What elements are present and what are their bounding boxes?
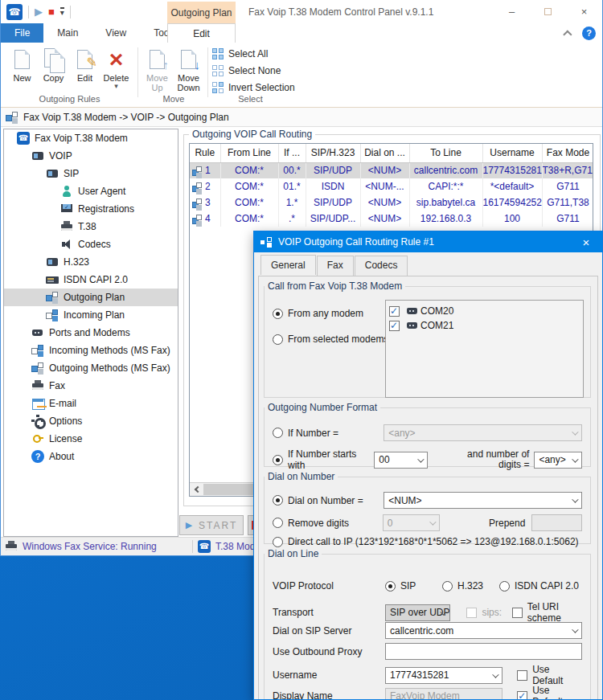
- tree-item-outgoing-plan[interactable]: Outgoing Plan: [4, 289, 178, 306]
- move-down-icon: ↓: [181, 50, 196, 69]
- select-none-button[interactable]: Select None: [212, 63, 281, 78]
- table-row[interactable]: 3 COM:*1.*SIP/UDP <NUM>sip.babytel.ca161…: [190, 194, 593, 211]
- radio-icon[interactable]: [273, 334, 283, 345]
- tree-item-sip[interactable]: SIP: [4, 165, 178, 182]
- col-if[interactable]: If ...: [278, 144, 306, 162]
- modem-list[interactable]: COM20 COM21: [385, 300, 584, 398]
- tree-item-outgoing-methods[interactable]: Outgoing Methods (MS Fax): [4, 359, 178, 377]
- sip-server-combo[interactable]: callcentric.com: [385, 622, 582, 639]
- username-use-default-checkbox[interactable]: [517, 670, 527, 681]
- username-combo[interactable]: 17774315281: [385, 667, 503, 684]
- select-none-icon: [212, 65, 224, 76]
- tab-fax[interactable]: Fax: [317, 256, 354, 276]
- tree-item-isdn-capi[interactable]: ISDN CAPI 2.0: [4, 271, 178, 289]
- transport-combo[interactable]: SIP over UDP: [385, 604, 450, 621]
- col-dial-on[interactable]: Dial on ...: [360, 144, 409, 162]
- col-rule[interactable]: Rule: [190, 144, 220, 162]
- if-number-combo[interactable]: <any>: [384, 424, 582, 441]
- col-fax-mode[interactable]: Fax Mode: [542, 144, 593, 162]
- display-name-field[interactable]: FaxVoip Modem: [385, 688, 503, 700]
- customize-toolbar-icon[interactable]: ▾: [60, 7, 64, 16]
- speaker-icon: [60, 238, 73, 251]
- table-row[interactable]: 4 COM:*.*SIP/UDP... <NUM>192.168.0.3100G…: [190, 211, 593, 227]
- tab-edit[interactable]: Edit: [167, 23, 236, 43]
- tree-item-fax[interactable]: Fax: [4, 377, 178, 395]
- radio-selected-icon[interactable]: [273, 495, 283, 506]
- tree-item-h323[interactable]: H.323: [4, 253, 178, 271]
- quick-access-toolbar: ☎ ▶ ■ ▾: [1, 4, 71, 20]
- stop-service-icon[interactable]: ■: [48, 6, 55, 18]
- radio-icon[interactable]: [273, 537, 283, 547]
- digits-combo[interactable]: <any>: [534, 452, 582, 469]
- tree-item-t38[interactable]: T.38: [4, 218, 178, 235]
- prepend-label: Prepend: [488, 518, 526, 529]
- scroll-left-icon[interactable]: [190, 483, 203, 496]
- maximize-button[interactable]: [530, 0, 566, 23]
- checkbox-checked-icon[interactable]: [389, 306, 400, 317]
- direct-ip-row[interactable]: Direct call to IP (123*192*168*0*1*5062 …: [273, 536, 582, 547]
- move-down-button[interactable]: ↓ Move Down: [174, 46, 203, 97]
- dialog-close-button[interactable]: ×: [570, 231, 602, 252]
- tree-item-options[interactable]: Options: [4, 412, 178, 430]
- radio-selected-icon[interactable]: [273, 309, 283, 319]
- modem-item-com20[interactable]: COM20: [389, 304, 580, 318]
- col-from-line[interactable]: From Line: [220, 144, 278, 162]
- radio-selected-icon[interactable]: [385, 581, 396, 592]
- move-up-button[interactable]: ↑ Move Up: [142, 46, 172, 97]
- select-all-button[interactable]: Select All: [212, 46, 268, 61]
- start-button[interactable]: ▶ START: [179, 515, 244, 535]
- radio-icon[interactable]: [499, 581, 510, 592]
- tree-item-voip[interactable]: VOIP: [4, 147, 178, 165]
- separator: [70, 6, 71, 18]
- edit-rule-button[interactable]: ✎ Edit: [70, 46, 100, 97]
- outbound-proxy-field[interactable]: [385, 643, 582, 660]
- minimize-button[interactable]: –: [494, 0, 530, 23]
- help-icon[interactable]: ?: [582, 27, 596, 40]
- menu-main[interactable]: Main: [43, 23, 92, 43]
- tree-item-about[interactable]: About: [4, 448, 178, 465]
- app-phone-icon: ☎: [6, 4, 23, 20]
- col-username[interactable]: Username: [482, 144, 542, 162]
- display-use-default-checkbox[interactable]: [517, 691, 527, 700]
- radio-icon[interactable]: [273, 428, 283, 438]
- tree-item-registrations[interactable]: Registrations: [4, 200, 178, 218]
- checkbox-checked-icon[interactable]: [389, 321, 400, 331]
- tree-item-codecs[interactable]: Codecs: [4, 235, 178, 253]
- tab-general[interactable]: General: [260, 255, 316, 275]
- radio-selected-icon[interactable]: [273, 455, 283, 465]
- table-row[interactable]: 1 COM:*00.*SIP/UDP <NUM>callcentric.com1…: [190, 162, 593, 178]
- printer-icon: [5, 540, 18, 553]
- tab-codecs[interactable]: Codecs: [355, 256, 408, 276]
- sips-checkbox[interactable]: [466, 608, 477, 618]
- tel-uri-checkbox[interactable]: [512, 608, 523, 618]
- modem-item-com21[interactable]: COM21: [389, 318, 580, 333]
- radio-icon[interactable]: [442, 581, 453, 592]
- col-sip-h323[interactable]: SIP/H.323: [306, 144, 360, 162]
- prepend-field[interactable]: [531, 514, 582, 531]
- tree-item-incoming-plan[interactable]: Incoming Plan: [4, 306, 178, 324]
- breadcrumb: Fax Voip T.38 Modem -> VOIP -> Outgoing …: [1, 108, 602, 127]
- tree-item-user-agent[interactable]: User Agent: [4, 182, 178, 200]
- copy-rule-button[interactable]: Copy: [39, 46, 68, 97]
- menu-file[interactable]: File: [1, 23, 43, 43]
- tree-item-ports-modems[interactable]: Ports and Modems: [4, 324, 178, 342]
- tree-item-license[interactable]: License: [4, 430, 178, 448]
- dial-on-number-combo[interactable]: <NUM>: [384, 492, 582, 509]
- close-button[interactable]: ×: [566, 0, 602, 23]
- starts-with-combo[interactable]: 00: [374, 452, 428, 469]
- printer-icon: [31, 379, 44, 392]
- menu-view[interactable]: View: [92, 23, 140, 43]
- delete-rule-button[interactable]: × Delete ▾: [101, 46, 131, 97]
- invert-selection-button[interactable]: Invert Selection: [212, 80, 295, 95]
- tree-item-fax-voip-modem[interactable]: ☎Fax Voip T.38 Modem: [4, 129, 178, 147]
- tree-item-email[interactable]: E-mail: [4, 395, 178, 412]
- remove-digits-combo[interactable]: 0: [383, 514, 440, 531]
- radio-icon[interactable]: [273, 518, 283, 528]
- start-service-icon[interactable]: ▶: [35, 6, 43, 18]
- new-rule-button[interactable]: New: [7, 46, 37, 97]
- tab-page-general: Call from Fax Voip T.38 Modem From any m…: [258, 276, 598, 700]
- col-to-line[interactable]: To Line: [409, 144, 482, 162]
- tree-item-incoming-methods[interactable]: Incoming Methods (MS Fax): [4, 342, 178, 359]
- collapse-ribbon-icon[interactable]: [563, 30, 572, 39]
- table-row[interactable]: 2 COM:*01.*ISDN <NUM-...CAPI:*:**<defaul…: [190, 178, 593, 194]
